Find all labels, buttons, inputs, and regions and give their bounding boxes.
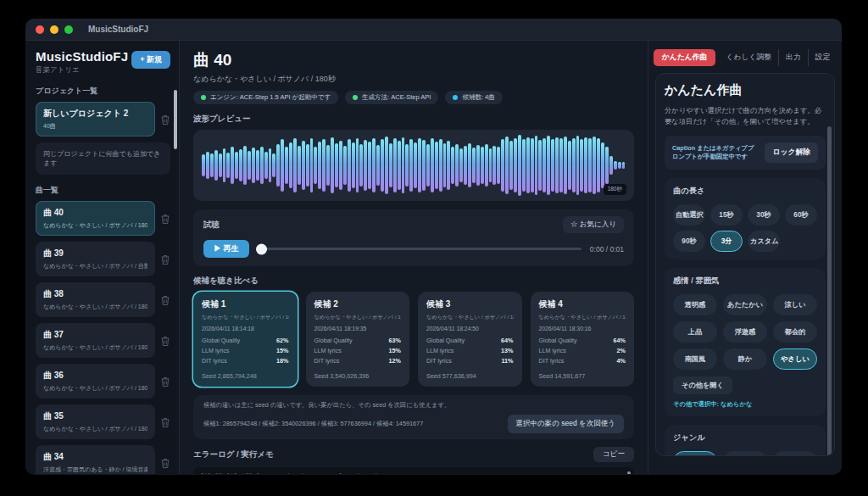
waveform-panel[interactable]: 180秒	[193, 130, 634, 201]
log-box[interactable]: [15:55:01] ACE-Step: mado ni utsuru, fut…	[193, 467, 634, 474]
trash-icon[interactable]	[160, 213, 170, 224]
candidate-card[interactable]: 候補 3なめらかな・やさしい / ボサノバ / 180秒2026/04/11 1…	[418, 292, 522, 387]
copy-log-button[interactable]: コピー	[593, 447, 634, 462]
length-chip[interactable]: 30秒	[748, 204, 780, 226]
length-chip[interactable]: 15秒	[710, 204, 743, 226]
song-item[interactable]: 曲 37なめらかな・やさしい / ボサノバ / 180秒	[36, 323, 155, 358]
waveform-bar	[455, 144, 459, 187]
waveform-bar	[476, 145, 480, 187]
project-name: 新しいプロジェクト 2	[43, 108, 147, 120]
song-row: 曲 34浮遊感・雰囲気のある・静か / 環境音楽 / 180秒	[36, 445, 170, 474]
song-item[interactable]: 曲 38なめらかな・やさしい / ボサノバ / 180秒	[36, 282, 155, 317]
tab-item[interactable]: 出力	[778, 49, 808, 66]
mood-chip[interactable]: 静か	[723, 348, 767, 370]
main-content: 曲 40 なめらかな・やさしい / ボサノバ / 180秒 エンジン: ACE-…	[180, 41, 648, 474]
waveform-bar	[593, 137, 596, 194]
tab-item[interactable]: くわしく調整	[719, 49, 778, 66]
mood-more-button[interactable]: その他を開く	[673, 376, 732, 394]
candidate-seed: Seed 2,865,794,248	[202, 372, 289, 380]
song-item[interactable]: 曲 36なめらかな・やさしい / ボサノバ / 180秒	[36, 364, 155, 398]
waveform-bar	[322, 139, 326, 191]
songs-header: 曲一覧	[36, 185, 170, 196]
length-chip[interactable]: 60秒	[785, 204, 817, 226]
waveform-bar	[402, 137, 405, 193]
candidate-card[interactable]: 候補 4なめらかな・やさしい / ボサノバ / 180秒2026/04/11 1…	[531, 292, 635, 387]
seed-note: 候補の違いは主に seed の違いです。良い案が出たら、その seed を次回に…	[203, 401, 624, 410]
trash-icon[interactable]	[160, 376, 170, 387]
genre-chip[interactable]: ハワイアン	[723, 451, 767, 456]
tab-item[interactable]: 設定	[808, 49, 837, 66]
song-meta: なめらかな・やさしい / ボサノバ / 180秒	[43, 303, 147, 311]
minimize-window-button[interactable]	[50, 25, 58, 34]
waveform-bar	[226, 153, 230, 178]
trash-icon[interactable]	[160, 457, 170, 468]
zoom-window-button[interactable]	[64, 25, 73, 34]
song-item[interactable]: 曲 35なめらかな・やさしい / ボサノバ / 180秒	[36, 404, 155, 439]
mood-chip[interactable]: 透明感	[673, 294, 717, 315]
song-meta: なめらかな・やさしい / ボサノバ / 180秒	[43, 343, 147, 352]
mode-tabs: かんたん作曲くわしく調整出力設定	[655, 49, 835, 66]
seek-slider[interactable]	[258, 248, 581, 250]
trash-icon[interactable]	[160, 114, 170, 125]
length-header: 曲の長さ	[673, 186, 817, 197]
tab-active[interactable]: かんたん作曲	[654, 49, 716, 66]
waveform-bar	[618, 162, 621, 170]
waveform-bar	[310, 138, 314, 192]
mood-chip[interactable]: やさしい	[773, 348, 817, 370]
waveform-bar	[372, 138, 376, 193]
log-line: [15:55:01] ACE-Step: mado ni utsuru, fut…	[200, 471, 627, 474]
waveform-bar	[398, 141, 401, 190]
waveform-bars	[202, 135, 626, 196]
play-button[interactable]: ▶ 再生	[203, 240, 249, 258]
waveform-bar	[331, 137, 334, 193]
log-scrollbar[interactable]	[627, 471, 631, 474]
waveform-bar	[219, 153, 222, 176]
sidebar-scrollbar[interactable]	[174, 90, 177, 149]
close-window-button[interactable]	[36, 25, 44, 34]
song-item[interactable]: 曲 40なめらかな・やさしい / ボサノバ / 180秒	[36, 201, 155, 236]
mood-chip[interactable]: 南国風	[673, 348, 717, 370]
length-chip[interactable]: 自動選択	[673, 204, 705, 226]
trash-icon[interactable]	[160, 254, 170, 265]
genre-chip[interactable]: フュージョン	[773, 451, 817, 456]
waveform-bar	[485, 144, 488, 187]
length-chip[interactable]: 90秒	[673, 231, 705, 252]
metric-value: 2%	[617, 347, 626, 354]
waveform-bar	[531, 138, 534, 192]
length-chip[interactable]: 3分	[710, 231, 743, 252]
waveform-bar	[614, 161, 617, 170]
song-item[interactable]: 曲 34浮遊感・雰囲気のある・静か / 環境音楽 / 180秒	[36, 445, 155, 474]
right-panel-scrollbar[interactable]	[827, 126, 832, 456]
status-badge: 候補数: 4曲	[445, 91, 502, 104]
candidate-name: 候補 2	[314, 298, 402, 310]
trash-icon[interactable]	[160, 416, 170, 427]
mood-chip[interactable]: あたたかい	[723, 294, 767, 315]
song-name: 曲 40	[43, 207, 147, 219]
mood-chip[interactable]: 涼しい	[773, 294, 817, 315]
waveform-bar	[522, 139, 526, 191]
favorite-button[interactable]: ☆ お気に入り	[563, 216, 624, 233]
song-item[interactable]: 曲 39なめらかな・やさしい / ボサノバ / 自動選択	[36, 242, 155, 276]
mood-chip[interactable]: 都会的	[773, 321, 817, 343]
candidate-name: 候補 1	[202, 298, 289, 310]
song-meta: 浮遊感・雰囲気のある・静か / 環境音楽 / 180秒	[43, 465, 147, 474]
waveform-bar	[418, 138, 421, 193]
use-seed-button[interactable]: 選択中の案の seed を次回使う	[508, 415, 624, 433]
projects-note: 同じプロジェクトに何曲でも追加できます	[36, 142, 170, 175]
waveform-bar	[426, 144, 430, 187]
mood-chip[interactable]: 浮遊感	[723, 321, 767, 343]
length-chip[interactable]: カスタム	[748, 231, 780, 252]
candidate-card[interactable]: 候補 1なめらかな・やさしい / ボサノバ / 180秒2026/04/11 1…	[193, 292, 298, 387]
candidate-card[interactable]: 候補 2なめらかな・やさしい / ボサノバ / 180秒2026/04/11 1…	[306, 292, 410, 387]
mood-chip[interactable]: 上品	[673, 321, 717, 343]
project-item[interactable]: 新しいプロジェクト 240曲	[36, 102, 155, 137]
genre-chip[interactable]: ボサノバ	[673, 451, 717, 456]
unlock-button[interactable]: ロック解除	[765, 142, 818, 163]
new-project-button[interactable]: + 新規	[131, 51, 170, 69]
trash-icon[interactable]	[160, 294, 170, 305]
waveform-bar	[352, 142, 355, 188]
waveform-bar	[264, 152, 268, 179]
window-title: MusicStudioFJ	[88, 25, 148, 34]
seek-slider-thumb[interactable]	[256, 243, 267, 254]
trash-icon[interactable]	[160, 335, 170, 346]
